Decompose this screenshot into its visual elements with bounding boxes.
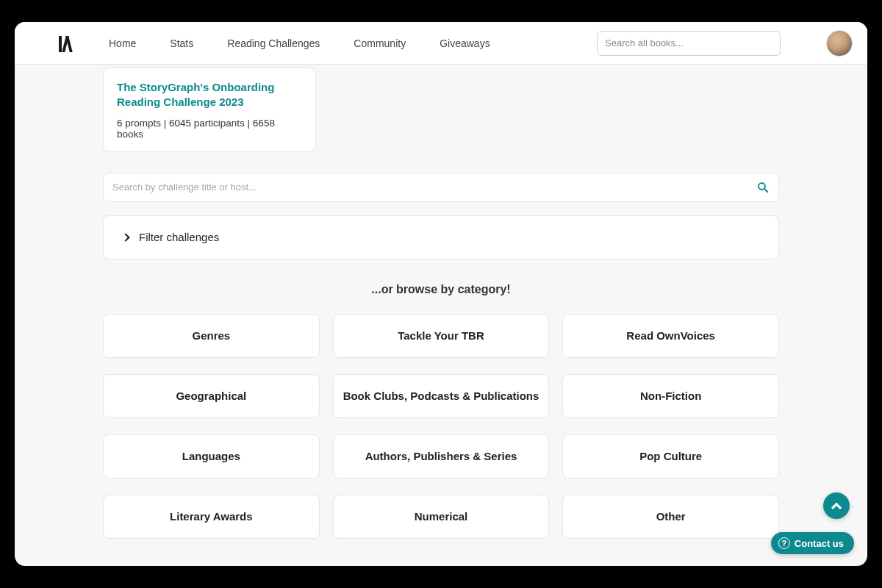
help-icon: ? <box>778 537 790 549</box>
category-read-ownvoices[interactable]: Read OwnVoices <box>562 314 779 358</box>
contact-us-button[interactable]: ? Contact us <box>771 532 854 554</box>
scroll-to-top-button[interactable] <box>823 492 850 519</box>
featured-challenge-card[interactable]: The StoryGraph's Onboarding Reading Chal… <box>103 68 316 152</box>
nav-giveaways[interactable]: Giveaways <box>440 37 490 49</box>
svg-point-0 <box>759 183 765 190</box>
search-placeholder: Search all books... <box>605 37 684 49</box>
category-literary-awards[interactable]: Literary Awards <box>103 495 320 539</box>
avatar[interactable] <box>826 30 853 57</box>
nav-links: Home Stats Reading Challenges Community … <box>109 37 490 49</box>
chevron-up-icon <box>831 503 842 513</box>
browse-heading: ...or browse by category! <box>103 283 779 296</box>
category-other[interactable]: Other <box>562 495 779 539</box>
logo-icon[interactable] <box>59 35 71 52</box>
category-non-fiction[interactable]: Non-Fiction <box>562 374 779 418</box>
category-book-clubs[interactable]: Book Clubs, Podcasts & Publications <box>333 374 550 418</box>
category-geographical[interactable]: Geographical <box>103 374 320 418</box>
category-numerical[interactable]: Numerical <box>333 495 550 539</box>
chevron-right-icon <box>121 233 129 241</box>
filter-challenges-toggle[interactable]: Filter challenges <box>103 215 779 259</box>
main-content: The StoryGraph's Onboarding Reading Chal… <box>15 65 867 566</box>
contact-label: Contact us <box>795 538 844 549</box>
top-nav: Home Stats Reading Challenges Community … <box>15 22 867 65</box>
nav-stats[interactable]: Stats <box>170 37 193 49</box>
featured-challenge-meta: 6 prompts | 6045 participants | 6658 boo… <box>117 118 302 140</box>
search-icon[interactable] <box>756 181 770 194</box>
filter-label: Filter challenges <box>139 231 219 243</box>
global-search-input[interactable]: Search all books... <box>597 31 781 56</box>
nav-home[interactable]: Home <box>109 37 136 49</box>
challenge-search-input[interactable] <box>112 182 750 193</box>
category-pop-culture[interactable]: Pop Culture <box>562 434 779 478</box>
svg-line-1 <box>764 189 768 193</box>
category-languages[interactable]: Languages <box>103 434 320 478</box>
nav-reading-challenges[interactable]: Reading Challenges <box>227 37 320 49</box>
category-genres[interactable]: Genres <box>103 314 320 358</box>
category-tackle-tbr[interactable]: Tackle Your TBR <box>333 314 550 358</box>
category-authors-publishers[interactable]: Authors, Publishers & Series <box>333 434 550 478</box>
app-window: Home Stats Reading Challenges Community … <box>15 22 867 566</box>
challenge-search-container[interactable] <box>103 173 779 202</box>
category-grid: Genres Tackle Your TBR Read OwnVoices Ge… <box>103 314 779 539</box>
featured-challenge-title: The StoryGraph's Onboarding Reading Chal… <box>117 80 302 110</box>
nav-community[interactable]: Community <box>354 37 406 49</box>
